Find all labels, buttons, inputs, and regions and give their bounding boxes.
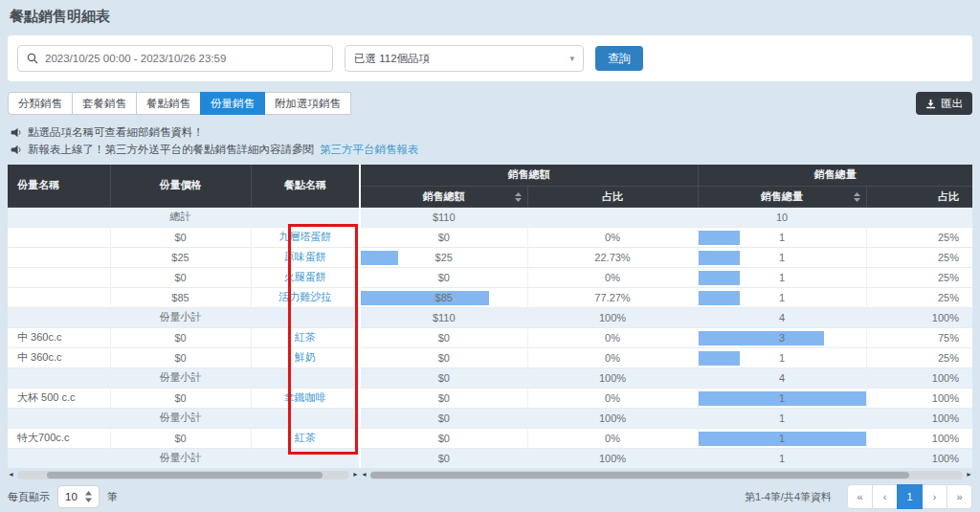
qty-bar — [699, 231, 741, 245]
report-tab[interactable]: 分類銷售 — [8, 92, 73, 115]
meal-name-link[interactable]: 原味蛋餅 — [284, 251, 326, 262]
size-name-cell — [8, 247, 110, 267]
amount-ratio-cell: 0% — [527, 227, 698, 247]
chevron-down-icon: ▾ — [569, 54, 574, 63]
size-name-cell — [8, 227, 110, 247]
meal-name-cell: 鮮奶 — [251, 347, 359, 367]
qty-ratio-cell: 100% — [866, 408, 972, 428]
left-pane-scrollbar[interactable]: ◄ ► — [8, 470, 359, 479]
scroll-left-icon[interactable]: ◄ — [361, 470, 368, 479]
size-name-cell — [8, 287, 110, 307]
qty-bar — [699, 331, 824, 345]
size-price-cell: $0 — [110, 227, 251, 247]
date-range-input[interactable]: 2023/10/25 00:00 - 2023/10/26 23:59 — [17, 45, 333, 72]
frozen-columns-table: 份量名稱 份量價格 餐點名稱 總計 $0 九層塔蛋餅 $25 原味蛋餅 $0 火… — [8, 165, 359, 468]
meal-name-link[interactable]: 火腿蛋餅 — [284, 271, 326, 282]
column-header-sales-amount[interactable]: 銷售總額 — [361, 186, 527, 207]
size-price-cell: 份量小計 — [110, 367, 251, 388]
query-button[interactable]: 查詢 — [595, 46, 643, 71]
meal-name-link[interactable]: 九層塔蛋餅 — [278, 231, 331, 242]
table-row: 特大700c.c $0 紅茶 — [8, 428, 359, 448]
qty-ratio-cell: 25% — [866, 227, 972, 247]
meal-name-link[interactable]: 鮮奶 — [295, 351, 316, 363]
report-tab[interactable]: 套餐銷售 — [72, 92, 137, 115]
export-button[interactable]: 匯出 — [916, 92, 972, 115]
sort-icon[interactable] — [854, 192, 860, 202]
meal-name-cell — [251, 408, 359, 428]
table-row: $25 22.73% 1 25% — [361, 247, 972, 267]
sales-qty-cell: 1 — [698, 448, 866, 468]
table-header-row: 份量名稱 份量價格 餐點名稱 — [8, 165, 359, 207]
scrollbar-thumb[interactable] — [47, 472, 323, 479]
sales-qty-cell: 3 — [698, 327, 866, 347]
per-page-control: 每頁顯示 10 筆 — [8, 485, 118, 508]
scroll-left-icon[interactable]: ◄ — [8, 470, 14, 479]
table-row: $110 10 — [361, 207, 972, 227]
amount-ratio-cell: 0% — [527, 347, 698, 367]
note-text: 新報表上線了！第三方外送平台的餐點銷售詳細內容請參閱 — [28, 141, 314, 158]
scrollbar-track[interactable] — [17, 471, 349, 479]
sales-amount-cell: $0 — [361, 388, 527, 408]
report-tab[interactable]: 附加選項銷售 — [264, 92, 351, 115]
qty-ratio-cell: 100% — [866, 428, 972, 448]
column-header-sales-qty[interactable]: 銷售總量 — [698, 186, 866, 207]
amount-bar — [361, 251, 398, 265]
meal-name-link[interactable]: 紅茶 — [295, 331, 316, 343]
table-row: $0 0% 3 75% — [361, 327, 972, 347]
qty-ratio-cell: 25% — [866, 347, 972, 367]
qty-ratio-cell: 100% — [866, 367, 972, 388]
size-name-cell — [8, 307, 110, 327]
right-pane-scrollbar[interactable]: ◄ ► — [361, 470, 972, 479]
pagination-button[interactable]: › — [922, 484, 947, 509]
table-row: $0 0% 1 25% — [361, 347, 972, 367]
qty-bar — [699, 351, 741, 366]
scrollbar-thumb[interactable] — [370, 472, 909, 479]
meal-name-cell — [251, 367, 359, 388]
table-row: $0 100% 1 100% — [361, 448, 972, 468]
qty-bar — [699, 251, 741, 265]
meal-name-cell: 原味蛋餅 — [251, 247, 359, 267]
amount-ratio-cell: 0% — [527, 327, 698, 347]
amount-ratio-cell: 0% — [527, 388, 698, 408]
table-row: $0 100% 1 100% — [361, 408, 972, 428]
qty-ratio-cell — [866, 207, 972, 227]
note-link[interactable]: 第三方平台銷售報表 — [320, 141, 419, 158]
scrollbar-track[interactable] — [370, 471, 963, 479]
scroll-right-icon[interactable]: ► — [966, 470, 972, 479]
table-row: 中 360c.c $0 紅茶 — [8, 327, 359, 347]
table-row: $0 0% 1 25% — [361, 227, 972, 247]
per-page-select[interactable]: 10 — [57, 485, 100, 508]
table-row: $110 100% 4 100% — [361, 307, 972, 327]
meal-name-link[interactable]: 活力雞沙拉 — [278, 291, 331, 302]
pagination-button[interactable]: « — [847, 484, 873, 509]
amount-ratio-cell: 100% — [527, 307, 698, 327]
pagination-button[interactable]: 1 — [897, 484, 923, 509]
report-tab[interactable]: 餐點銷售 — [136, 92, 201, 115]
meal-name-cell — [251, 448, 359, 468]
meal-name-link[interactable]: 紅茶 — [295, 432, 316, 443]
sort-icon[interactable] — [515, 192, 522, 202]
note-line: 新報表上線了！第三方外送平台的餐點銷售詳細內容請參閱 第三方平台銷售報表 — [10, 141, 972, 158]
sales-amount-cell: $0 — [361, 227, 527, 247]
size-price-cell: 份量小計 — [110, 307, 251, 327]
meal-name-cell: 紅茶 — [251, 428, 359, 448]
scroll-right-icon[interactable]: ► — [352, 470, 359, 479]
qty-bar — [699, 291, 741, 305]
meal-name-link[interactable]: 拿鐵咖啡 — [284, 391, 326, 403]
size-price-cell: $0 — [110, 267, 251, 287]
meal-name-cell: 火腿蛋餅 — [251, 267, 359, 287]
pagination-button[interactable]: ‹ — [872, 484, 898, 509]
item-filter-select[interactable]: 已選 112個品項 ▾ — [345, 45, 584, 72]
qty-ratio-cell: 100% — [866, 307, 972, 327]
report-tab[interactable]: 份量銷售 — [200, 92, 265, 115]
amount-ratio-cell: 100% — [527, 408, 698, 428]
size-price-cell: $0 — [110, 327, 251, 347]
size-name-cell — [8, 408, 110, 428]
qty-ratio-cell: 100% — [866, 448, 972, 468]
table-subheader-row: 銷售總額 占比 銷售總量 占比 — [361, 186, 972, 207]
sales-amount-cell: $0 — [361, 448, 527, 468]
size-price-cell: 份量小計 — [110, 408, 251, 428]
qty-ratio-cell: 25% — [866, 287, 972, 307]
sales-amount-cell: $0 — [361, 367, 527, 388]
pagination-button[interactable]: » — [947, 484, 972, 509]
